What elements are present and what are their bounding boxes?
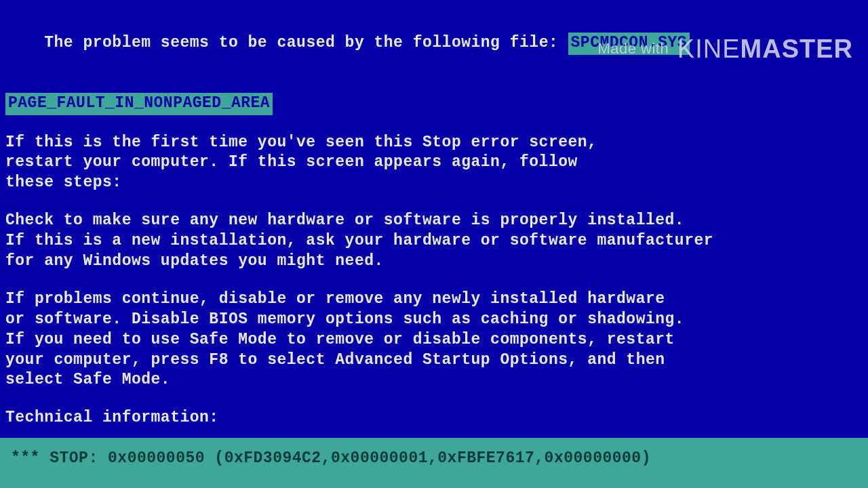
error-code-line: PAGE_FAULT_IN_NONPAGED_AREA bbox=[5, 93, 868, 115]
cause-line: The problem seems to be caused by the fo… bbox=[5, 12, 868, 75]
bsod-screen: The problem seems to be caused by the fo… bbox=[5, 12, 868, 488]
instructions-paragraph-1: If this is the first time you've seen th… bbox=[5, 133, 868, 194]
instructions-paragraph-3: If problems continue, disable or remove … bbox=[5, 289, 868, 390]
technical-info-block: *** STOP: 0x00000050 (0xFD3094C2,0x00000… bbox=[0, 438, 868, 488]
fault-file-highlight: SPCMDCON.SYS bbox=[568, 33, 690, 55]
cause-prefix: The problem seems to be caused by the fo… bbox=[44, 34, 568, 52]
technical-info-label: Technical information: bbox=[5, 408, 868, 428]
instructions-paragraph-2: Check to make sure any new hardware or s… bbox=[5, 211, 868, 272]
error-code-highlight: PAGE_FAULT_IN_NONPAGED_AREA bbox=[5, 93, 273, 115]
stop-code-line: *** STOP: 0x00000050 (0xFD3094C2,0x00000… bbox=[11, 449, 868, 469]
